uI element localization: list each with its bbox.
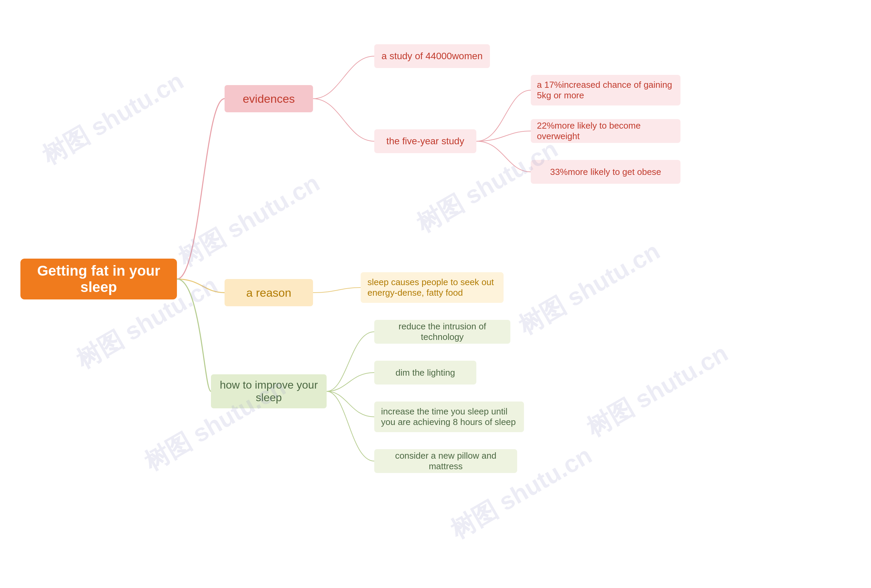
- root-label: Getting fat in your sleep: [27, 263, 171, 295]
- study-label: a study of 44000women: [382, 51, 482, 61]
- mindmap-container: Getting fat in your sleep evidences a re…: [0, 0, 871, 588]
- fiveyear-node: the five-year study: [374, 129, 476, 153]
- reason-child-label: sleep causes people to seek out energy-d…: [367, 277, 497, 298]
- dim-node: dim the lighting: [374, 361, 476, 385]
- watermark-6: 树图 shutu.cn: [513, 235, 666, 342]
- evidences-node: evidences: [224, 85, 313, 112]
- 22pct-label: 22%more likely to become overweight: [537, 120, 674, 142]
- watermark-2: 树图 shutu.cn: [172, 167, 326, 274]
- root-node: Getting fat in your sleep: [20, 259, 177, 299]
- 17pct-node: a 17%increased chance of gaining 5kg or …: [531, 75, 681, 105]
- 33pct-node: 33%more likely to get obese: [531, 160, 681, 184]
- improve-label: how to improve your sleep: [217, 379, 320, 404]
- study-node: a study of 44000women: [374, 44, 490, 68]
- increase-node: increase the time you sleep until you ar…: [374, 401, 524, 432]
- pillow-label: consider a new pillow and mattress: [381, 450, 510, 471]
- watermark-1: 树图 shutu.cn: [36, 65, 190, 172]
- pillow-node: consider a new pillow and mattress: [374, 449, 517, 473]
- tech-node: reduce the intrusion of technology: [374, 320, 510, 344]
- reason-label: a reason: [246, 286, 291, 299]
- fiveyear-label: the five-year study: [386, 136, 464, 147]
- tech-label: reduce the intrusion of technology: [381, 321, 504, 342]
- dim-label: dim the lighting: [396, 368, 455, 378]
- improve-node: how to improve your sleep: [211, 374, 327, 408]
- increase-label: increase the time you sleep until you ar…: [381, 406, 517, 427]
- reason-node: a reason: [224, 279, 313, 306]
- 17pct-label: a 17%increased chance of gaining 5kg or …: [537, 79, 674, 101]
- 22pct-node: 22%more likely to become overweight: [531, 119, 681, 143]
- reason-child-node: sleep causes people to seek out energy-d…: [361, 272, 504, 303]
- watermark-7: 树图 shutu.cn: [581, 337, 734, 444]
- 33pct-label: 33%more likely to get obese: [550, 167, 661, 177]
- evidences-label: evidences: [242, 92, 295, 105]
